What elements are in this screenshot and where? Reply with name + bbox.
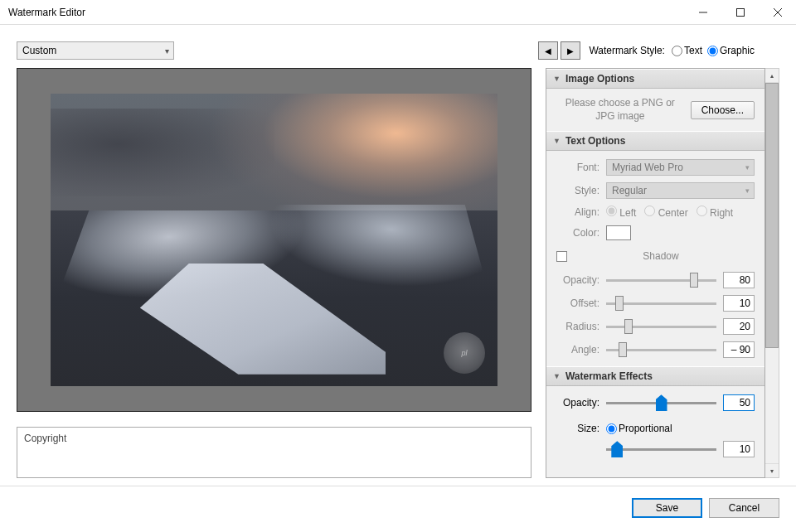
align-label: Align: <box>556 206 599 218</box>
main-area: pl Copyright ▼ Image Options Please choo… <box>0 68 796 489</box>
shadow-opacity-value: 80 <box>723 272 755 288</box>
shadow-subheader: Shadow <box>556 250 755 262</box>
next-image-button[interactable]: ▶ <box>561 41 580 60</box>
watermark-overlay: pl <box>444 332 485 374</box>
choose-hint: Please choose a PNG or JPG image <box>556 97 684 123</box>
shadow-radius-value: 20 <box>723 318 755 335</box>
scroll-up-arrow[interactable]: ▴ <box>765 69 779 83</box>
top-strip: Custom ▾ ◀ ▶ Watermark Style: Text Graph… <box>0 25 796 68</box>
triangle-down-icon: ▼ <box>553 372 561 380</box>
effects-opacity-value[interactable]: 50 <box>723 394 755 411</box>
preset-dropdown[interactable]: Custom ▾ <box>17 41 174 60</box>
left-column: pl Copyright <box>17 68 531 489</box>
preview-image: pl <box>51 94 498 386</box>
triangle-down-icon: ▼ <box>553 75 561 83</box>
style-label: Style: <box>556 185 599 196</box>
shadow-opacity-slider <box>606 272 716 288</box>
watermark-style-group: Watermark Style: Text Graphic <box>589 45 755 56</box>
shadow-angle-label: Angle: <box>556 344 599 355</box>
options-panel: ▼ Image Options Please choose a PNG or J… <box>546 68 779 489</box>
copyright-placeholder: Copyright <box>24 433 66 444</box>
window-title: Watermark Editor <box>8 7 85 18</box>
effects-header[interactable]: ▼ Watermark Effects <box>546 366 764 386</box>
wm-style-graphic-radio[interactable]: Graphic <box>707 45 755 56</box>
color-label: Color: <box>556 227 599 239</box>
shadow-offset-label: Offset: <box>556 297 599 309</box>
effects-body: Opacity: 50 Size: Proportional 10 <box>546 386 764 466</box>
options-scrollbar[interactable]: ▴ ▾ <box>765 68 779 478</box>
image-options-body: Please choose a PNG or JPG image Choose.… <box>546 89 764 131</box>
svg-rect-1 <box>736 9 744 17</box>
align-right-radio: Right <box>696 206 733 219</box>
shadow-radius-label: Radius: <box>556 321 599 332</box>
watermark-style-label: Watermark Style: <box>589 45 665 56</box>
maximize-button[interactable] <box>721 0 759 25</box>
footer: Save Cancel <box>0 486 796 489</box>
shadow-offset-slider <box>606 295 716 312</box>
effects-opacity-slider[interactable] <box>606 394 716 411</box>
align-center-radio: Center <box>644 206 687 219</box>
preview-canvas: pl <box>17 68 531 412</box>
wm-style-text-radio[interactable]: Text <box>672 45 702 56</box>
shadow-radius-slider <box>606 318 716 335</box>
image-nav: ◀ ▶ <box>538 41 580 60</box>
shadow-opacity-label: Opacity: <box>556 274 599 286</box>
shadow-angle-value: – 90 <box>723 341 755 358</box>
preset-value: Custom <box>22 45 56 56</box>
window-controls <box>684 0 796 24</box>
prev-image-button[interactable]: ◀ <box>538 41 558 60</box>
titlebar: Watermark Editor <box>0 0 796 25</box>
triangle-down-icon: ▼ <box>553 137 561 145</box>
font-label: Font: <box>556 162 599 173</box>
chevron-down-icon: ▾ <box>165 46 173 56</box>
shadow-angle-slider <box>606 341 716 358</box>
image-options-header[interactable]: ▼ Image Options <box>546 69 764 89</box>
size-proportional-radio[interactable]: Proportional <box>606 423 672 434</box>
copyright-input[interactable]: Copyright <box>17 427 531 478</box>
size-value[interactable]: 10 <box>723 441 755 457</box>
color-swatch <box>606 225 631 240</box>
size-slider[interactable] <box>606 441 716 457</box>
align-radio-group: Left Center Right <box>606 206 733 219</box>
style-dropdown: Regular▾ <box>606 182 755 199</box>
scroll-down-arrow[interactable]: ▾ <box>765 463 779 477</box>
text-options-header[interactable]: ▼ Text Options <box>546 131 764 151</box>
text-options-body: Font: Myriad Web Pro▾ Style: Regular▾ Al… <box>546 151 764 366</box>
shadow-checkbox <box>556 251 567 262</box>
shadow-offset-value: 10 <box>723 295 755 312</box>
options-scroll-area[interactable]: ▼ Image Options Please choose a PNG or J… <box>546 68 765 478</box>
align-left-radio: Left <box>606 206 636 219</box>
close-button[interactable] <box>759 0 796 25</box>
minimize-button[interactable] <box>684 0 721 25</box>
font-dropdown: Myriad Web Pro▾ <box>606 159 755 176</box>
size-label: Size: <box>556 423 599 434</box>
choose-image-button[interactable]: Choose... <box>691 101 755 119</box>
effects-opacity-label: Opacity: <box>556 397 599 409</box>
scroll-thumb[interactable] <box>765 83 779 348</box>
